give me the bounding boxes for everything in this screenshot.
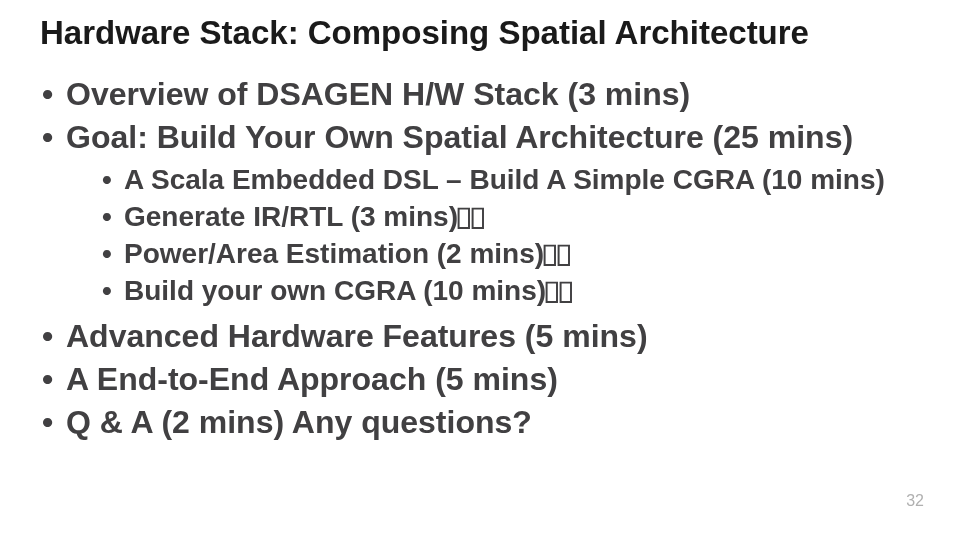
bullet-text: Q & A (2 mins) Any questions?: [66, 404, 532, 440]
slide-title: Hardware Stack: Composing Spatial Archit…: [40, 14, 920, 52]
subbullet-text: Generate IR/RTL (3 mins): [124, 201, 458, 232]
bullet-text: Goal: Build Your Own Spatial Architectur…: [66, 119, 853, 155]
bullet-end-to-end: A End-to-End Approach (5 mins): [40, 359, 920, 400]
subbullet-text: A Scala Embedded DSL – Build A Simple CG…: [124, 164, 885, 195]
page-number: 32: [906, 492, 924, 510]
bullet-advanced-hw: Advanced Hardware Features (5 mins): [40, 316, 920, 357]
bullet-text: Overview of DSAGEN H/W Stack (3 mins): [66, 76, 690, 112]
bullet-overview: Overview of DSAGEN H/W Stack (3 mins): [40, 74, 920, 115]
subbullet-text: Power/Area Estimation (2 mins): [124, 238, 544, 269]
subbullet-power-area: Power/Area Estimation (2 mins)⌷⌷: [100, 236, 920, 273]
subbullet-scala-dsl: A Scala Embedded DSL – Build A Simple CG…: [100, 162, 920, 199]
missing-glyph-icon: ⌷⌷: [542, 237, 570, 271]
missing-glyph-icon: ⌷⌷: [456, 200, 484, 234]
missing-glyph-icon: ⌷⌷: [544, 274, 572, 308]
subbullet-text: Build your own CGRA (10 mins): [124, 275, 546, 306]
subbullet-build-cgra: Build your own CGRA (10 mins)⌷⌷: [100, 273, 920, 310]
bullet-text: A End-to-End Approach (5 mins): [66, 361, 558, 397]
bullet-goal: Goal: Build Your Own Spatial Architectur…: [40, 117, 920, 310]
bullet-text: Advanced Hardware Features (5 mins): [66, 318, 648, 354]
bullet-list-level2: A Scala Embedded DSL – Build A Simple CG…: [66, 162, 920, 310]
subbullet-generate-ir: Generate IR/RTL (3 mins)⌷⌷: [100, 199, 920, 236]
slide: Hardware Stack: Composing Spatial Archit…: [0, 0, 960, 540]
bullet-list-level1: Overview of DSAGEN H/W Stack (3 mins) Go…: [40, 74, 920, 443]
bullet-qa: Q & A (2 mins) Any questions?: [40, 402, 920, 443]
